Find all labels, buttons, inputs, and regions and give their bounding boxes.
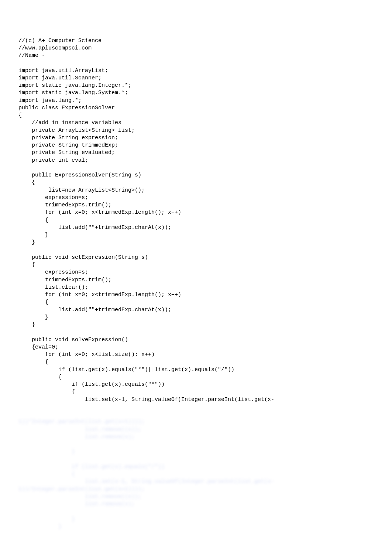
code-line: import static java.lang.System.*;: [18, 89, 374, 97]
code-line: //www.apluscompsci.com: [18, 45, 374, 52]
blurred-code-line: list.set(x-1, String.valueOf(Integer.par…: [18, 478, 374, 485]
blurred-code-line: [18, 508, 374, 515]
source-code-block: //(c) A+ Computer Science//www.apluscomp…: [18, 37, 374, 404]
code-line: {: [18, 179, 374, 186]
code-line: list.add(""+trimmedExp.charAt(x));: [18, 224, 374, 231]
blurred-code-line: {: [18, 471, 374, 478]
code-line: list.clear();: [18, 284, 374, 291]
code-line: for (int x=0; x<list.size(); x++): [18, 351, 374, 358]
code-line: import java.util.Scanner;: [18, 75, 374, 82]
code-line: //add in instance variables: [18, 119, 374, 127]
code-line: {: [18, 112, 374, 119]
code-line: private ArrayList<String> list;: [18, 127, 374, 134]
code-line: for (int x=0; x<trimmedExp.length(); x++…: [18, 209, 374, 216]
code-line: trimmedExp=s.trim();: [18, 277, 374, 284]
code-line: {: [18, 388, 374, 396]
code-line: {eval=0;: [18, 344, 374, 351]
code-line: if (list.get(x).equals("*")): [18, 381, 374, 388]
code-line: private String expression;: [18, 134, 374, 142]
code-line: private int eval;: [18, 157, 374, 164]
blurred-code-line: list.remove(x);: [18, 501, 374, 508]
code-line: [18, 59, 374, 67]
blurred-code-line: list.remove((x));: [18, 493, 374, 501]
blurred-code-line: 1))/Integer.parseInt(list.get(x+1))));: [18, 486, 374, 493]
code-line: public ExpressionSolver(String s): [18, 172, 374, 179]
code-line: public class ExpressionSolver: [18, 104, 374, 112]
code-line: }: [18, 239, 374, 246]
code-line: list.add(""+trimmedExp.charAt(x));: [18, 306, 374, 314]
blurred-code-line: }: [18, 523, 374, 531]
code-line: if (list.get(x).equals("*")||list.get(x)…: [18, 366, 374, 374]
blurred-code-line: list.remove((x));: [18, 426, 374, 433]
code-line: //Name -: [18, 52, 374, 59]
code-line: public void solveExpression(): [18, 336, 374, 344]
code-line: {: [18, 374, 374, 381]
code-line: expression=s;: [18, 194, 374, 202]
code-line: private String trimmedExp;: [18, 142, 374, 149]
code-line: }: [18, 231, 374, 239]
blurred-code-line: }: [18, 448, 374, 456]
code-line: {: [18, 217, 374, 224]
code-line: [18, 164, 374, 172]
code-line: import static java.lang.Integer.*;: [18, 82, 374, 89]
code-line: {: [18, 299, 374, 306]
code-line: [18, 329, 374, 336]
code-line: expression=s;: [18, 269, 374, 276]
blurred-code-line: list.remove(x);: [18, 433, 374, 441]
blurred-code-line: 1))*Integer.parseInt(list.get(x+1))));: [18, 418, 374, 426]
code-line: private String evaluated;: [18, 149, 374, 157]
code-line: }: [18, 321, 374, 329]
code-line: list=new ArrayList<String>();: [18, 187, 374, 194]
code-line: public void setExpression(String s): [18, 254, 374, 261]
code-line: [18, 247, 374, 254]
blurred-code-line: }: [18, 516, 374, 523]
code-line: trimmedExp=s.trim();: [18, 202, 374, 209]
code-line: import java.util.ArrayList;: [18, 67, 374, 75]
code-line: import java.lang.*;: [18, 97, 374, 104]
code-line: {: [18, 358, 374, 366]
blurred-code-line: if (list.get(x).equals("/")): [18, 463, 374, 471]
code-line: }: [18, 314, 374, 321]
code-document: //(c) A+ Computer Science//www.apluscomp…: [0, 0, 392, 556]
code-line: for (int x=0; x<trimmedExp.length(); x++…: [18, 291, 374, 299]
code-line: {: [18, 261, 374, 269]
blurred-code-line: [18, 456, 374, 463]
blurred-preview-block: 1))*Integer.parseInt(list.get(x+1)))); l…: [18, 418, 374, 531]
code-line: //(c) A+ Computer Science: [18, 37, 374, 45]
code-line: list.set(x-1, String.valueOf(Integer.par…: [18, 396, 374, 404]
blurred-code-line: [18, 441, 374, 448]
